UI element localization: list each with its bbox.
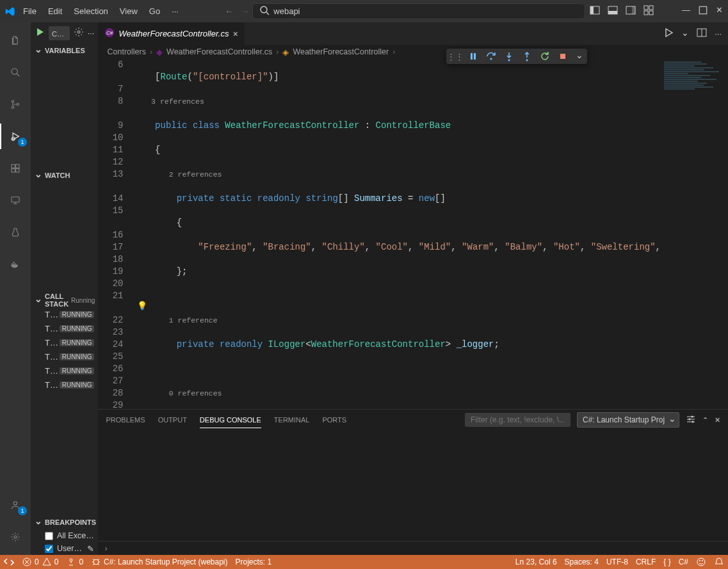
projects-status[interactable]: Projects: 1 (236, 557, 272, 566)
debug-console-input[interactable]: › (98, 541, 728, 555)
encoding-status[interactable]: UTF-8 (606, 557, 628, 566)
breadcrumb[interactable]: Controllers › ◆ WeatherForecastControlle… (98, 45, 728, 59)
cursor-position[interactable]: Ln 23, Col 6 (515, 557, 557, 566)
remote-indicator[interactable] (4, 557, 14, 567)
step-into-icon[interactable] (504, 51, 514, 61)
breakpoints-header[interactable]: BREAKPOINTS (31, 515, 98, 529)
panel-tab-problems[interactable]: PROBLEMS (106, 412, 145, 428)
code-content[interactable]: [Route("[controller]")] 3 references pub… (133, 59, 661, 409)
breadcrumb-item[interactable]: WeatherForecastController.cs (166, 47, 272, 56)
stop-icon[interactable] (558, 51, 568, 61)
eol-status[interactable]: CRLF (636, 557, 656, 566)
step-over-icon[interactable] (486, 51, 496, 61)
code-editor[interactable]: 6789101112131415161718192021222324252627… (98, 59, 728, 409)
minimap[interactable] (661, 59, 728, 409)
watch-header[interactable]: WATCH (31, 168, 98, 182)
window-minimize-icon[interactable]: — (682, 5, 690, 17)
menu-view[interactable]: View (115, 4, 143, 19)
svg-rect-39 (471, 53, 473, 60)
activity-testing-icon[interactable] (0, 220, 31, 245)
layout-sidebar-left-icon[interactable] (590, 5, 600, 17)
search-text: webapi (273, 6, 300, 16)
menu-more-icon[interactable]: ··· (166, 4, 184, 19)
breadcrumb-item[interactable]: WeatherForecastController (293, 47, 389, 56)
lightbulb-icon[interactable]: 💡 (137, 301, 147, 311)
command-center[interactable]: webapi (252, 3, 585, 19)
menu-file[interactable]: File (18, 4, 42, 19)
debug-status[interactable]: C#: Launch Startup Project (webapi) (91, 557, 227, 567)
layout-sidebar-right-icon[interactable] (626, 5, 636, 17)
restart-icon[interactable] (540, 51, 550, 61)
breakpoint-checkbox[interactable] (45, 545, 53, 553)
panel-tab-terminal[interactable]: TERMINAL (274, 412, 310, 428)
window-maximize-icon[interactable] (698, 5, 708, 17)
grip-icon[interactable]: ⋮⋮ (450, 51, 460, 61)
variables-header[interactable]: VARIABLES (31, 44, 98, 58)
edit-icon[interactable]: ✎ (87, 544, 94, 554)
menu-go[interactable]: Go (144, 4, 165, 19)
step-out-icon[interactable] (522, 51, 532, 61)
language-mode[interactable]: C# (679, 557, 688, 566)
window-close-icon[interactable]: ✕ (716, 5, 723, 17)
activity-extensions-icon[interactable] (0, 156, 31, 181)
editor-more-icon[interactable]: ··· (715, 29, 722, 38)
panel-maximize-icon[interactable]: ⌃ (702, 416, 708, 424)
filter-input[interactable] (465, 413, 570, 427)
activity-explorer-icon[interactable] (0, 28, 31, 53)
activity-search-icon[interactable] (0, 60, 31, 85)
chevron-down-icon[interactable] (681, 29, 689, 39)
activity-source-control-icon[interactable] (0, 92, 31, 117)
activity-docker-icon[interactable] (0, 252, 31, 277)
ports-status[interactable]: 0 (66, 557, 83, 567)
thread-row[interactable]: Thread #10…RUNNING (31, 335, 98, 349)
problems-status[interactable]: 0 0 (22, 557, 58, 567)
split-editor-icon[interactable] (697, 28, 707, 40)
nav-back-icon[interactable]: ← (225, 6, 233, 16)
thread-row[interactable]: Thread #23…RUNNING (31, 349, 98, 364)
thread-row[interactable]: Thread #34…RUNNING (31, 364, 98, 378)
thread-row[interactable]: Thread #18…RUNNING (31, 321, 98, 335)
pause-icon[interactable] (468, 51, 478, 61)
layout-panel-icon[interactable] (608, 5, 618, 17)
panel-close-icon[interactable]: ✕ (715, 416, 720, 424)
activity-accounts-icon[interactable]: 1 (0, 492, 31, 518)
panel-debug-config-select[interactable]: C#: Launch Startup Proj (577, 412, 679, 428)
tab-close-icon[interactable]: × (232, 29, 238, 39)
menu-selection[interactable]: Selection (69, 4, 113, 19)
variables-section: VARIABLES (31, 44, 98, 168)
panel-tab-output[interactable]: OUTPUT (158, 412, 187, 428)
activity-settings-icon[interactable] (0, 524, 31, 550)
notifications-icon[interactable] (714, 557, 724, 567)
panel-tab-ports[interactable]: PORTS (322, 412, 346, 428)
lang-braces[interactable]: { } (663, 557, 670, 566)
chevron-down-icon[interactable] (576, 51, 583, 61)
start-debug-icon[interactable] (35, 27, 45, 39)
debug-console-body[interactable] (98, 430, 728, 541)
thread-state: RUNNING (60, 381, 95, 389)
breakpoint-checkbox[interactable] (45, 532, 53, 540)
debug-config-select[interactable]: C#: Launch (49, 26, 70, 40)
feedback-icon[interactable] (696, 557, 706, 567)
indent-status[interactable]: Spaces: 4 (565, 557, 599, 566)
panel-tab-debug-console[interactable]: DEBUG CONSOLE (200, 412, 261, 428)
panel-settings-icon[interactable] (686, 414, 696, 426)
breakpoint-row[interactable]: All Exceptions (31, 529, 98, 542)
layout-customize-icon[interactable] (643, 5, 654, 17)
thread-state: RUNNING (60, 311, 95, 318)
svg-rect-5 (608, 11, 617, 14)
activity-run-debug-icon[interactable]: 1 (0, 124, 31, 149)
editor-tab[interactable]: C# WeatherForecastController.cs × (98, 22, 245, 45)
run-icon[interactable] (663, 28, 674, 40)
debug-settings-icon[interactable] (74, 27, 84, 39)
menu-edit[interactable]: Edit (43, 4, 67, 19)
thread-row[interactable]: Thread #29…RUNNING (31, 307, 98, 321)
breakpoint-row[interactable]: User-Unhandl…✎ (31, 542, 98, 555)
breadcrumb-item[interactable]: Controllers (107, 47, 145, 56)
callstack-header[interactable]: CALL STACK Running (31, 293, 98, 307)
breakpoints-section: BREAKPOINTS All ExceptionsUser-Unhandl…✎ (31, 515, 98, 555)
debug-action-bar[interactable]: ⋮⋮ (446, 49, 587, 64)
activity-remote-icon[interactable] (0, 188, 31, 213)
nav-forward-icon[interactable]: → (241, 6, 249, 16)
thread-row[interactable]: Thread #13…RUNNING (31, 378, 98, 392)
debug-more-icon[interactable]: ··· (88, 28, 95, 38)
